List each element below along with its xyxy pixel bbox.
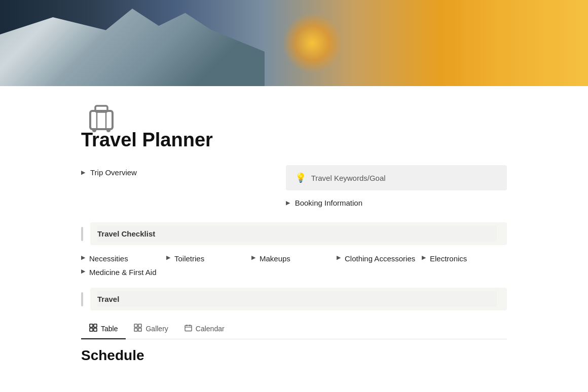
checklist-col-2: ▶ Makeups: [251, 253, 337, 278]
svg-rect-12: [134, 328, 137, 331]
medicine-arrow: ▶: [81, 268, 85, 275]
section-border: [81, 227, 83, 241]
checklist-clothing[interactable]: ▶ Clothing Accessories: [337, 253, 422, 264]
checklist-col-1: ▶ Toiletries: [166, 253, 251, 278]
luggage-icon: [81, 106, 122, 147]
electronics-arrow: ▶: [422, 254, 426, 261]
keyword-text: Travel Keywords/Goal: [311, 174, 386, 182]
travel-checklist-section-bg: Travel Checklist: [90, 222, 507, 245]
tab-gallery[interactable]: Gallery: [126, 319, 176, 339]
svg-point-4: [92, 128, 96, 132]
toiletries-arrow: ▶: [166, 254, 170, 261]
travel-section-border: [81, 292, 83, 306]
checklist-necessities[interactable]: ▶ Necessities: [81, 253, 166, 264]
svg-rect-8: [90, 328, 93, 331]
page-title: Travel Planner: [81, 129, 507, 151]
trip-overview-label: Trip Overview: [90, 168, 137, 177]
booking-arrow: ▶: [286, 200, 290, 206]
tab-calendar-label: Calendar: [196, 325, 225, 333]
medicine-label: Medicine & First Aid: [89, 267, 157, 278]
left-column: ▶ Trip Overview: [81, 165, 266, 210]
booking-information-row[interactable]: ▶ Booking Information: [286, 195, 507, 210]
luggage-icon-wrap: [81, 99, 122, 147]
lightbulb-icon: 💡: [295, 172, 306, 183]
table-icon: [89, 324, 97, 333]
tab-gallery-label: Gallery: [145, 325, 168, 333]
right-column: 💡 Travel Keywords/Goal ▶ Booking Informa…: [286, 165, 507, 210]
checklist-toiletries[interactable]: ▶ Toiletries: [166, 253, 251, 264]
svg-rect-13: [138, 328, 141, 331]
tab-calendar[interactable]: Calendar: [176, 319, 233, 339]
tab-bar: Table Gallery Ca: [81, 319, 507, 339]
checklist-grid: ▶ Necessities ▶ Medicine & First Aid ▶ T…: [81, 253, 507, 278]
keyword-box[interactable]: 💡 Travel Keywords/Goal: [286, 165, 507, 190]
svg-rect-6: [90, 324, 93, 327]
travel-checklist-header: Travel Checklist: [81, 222, 507, 245]
main-layout: ▶ Trip Overview 💡 Travel Keywords/Goal ▶…: [81, 165, 507, 210]
checklist-col-3: ▶ Clothing Accessories: [337, 253, 422, 278]
svg-rect-9: [94, 328, 97, 331]
svg-rect-10: [134, 324, 137, 327]
tab-table[interactable]: Table: [81, 319, 126, 339]
checklist-col-0: ▶ Necessities ▶ Medicine & First Aid: [81, 253, 166, 278]
necessities-label: Necessities: [89, 253, 128, 264]
gallery-icon: [134, 324, 142, 333]
main-content: Travel Planner ▶ Trip Overview 💡 Travel …: [0, 129, 588, 364]
clothing-arrow: ▶: [337, 254, 341, 261]
svg-rect-0: [90, 111, 113, 129]
toiletries-label: Toiletries: [174, 253, 204, 264]
checklist-electronics[interactable]: ▶ Electronics: [422, 253, 507, 264]
hero-banner: [0, 0, 588, 86]
trip-overview-arrow: ▶: [81, 169, 85, 176]
checklist-col-4: ▶ Electronics: [422, 253, 507, 278]
electronics-label: Electronics: [430, 253, 467, 264]
svg-rect-14: [185, 325, 192, 331]
booking-label: Booking Information: [295, 199, 362, 207]
travel-section-header: Travel: [81, 288, 507, 310]
svg-rect-7: [94, 324, 97, 327]
travel-checklist-title: Travel Checklist: [97, 226, 497, 242]
checklist-medicine[interactable]: ▶ Medicine & First Aid: [81, 267, 166, 278]
calendar-icon: [185, 324, 192, 333]
clothing-label: Clothing Accessories: [345, 253, 415, 264]
makeups-label: Makeups: [260, 253, 290, 264]
makeups-arrow: ▶: [251, 254, 255, 261]
checklist-makeups[interactable]: ▶ Makeups: [251, 253, 337, 264]
necessities-arrow: ▶: [81, 254, 85, 261]
schedule-heading: Schedule: [81, 347, 507, 364]
svg-rect-11: [138, 324, 141, 327]
svg-point-5: [106, 128, 111, 132]
travel-section-title: Travel: [97, 291, 497, 307]
tab-table-label: Table: [101, 325, 118, 333]
travel-section-bg: Travel: [90, 288, 507, 310]
trip-overview-row[interactable]: ▶ Trip Overview: [81, 165, 266, 180]
